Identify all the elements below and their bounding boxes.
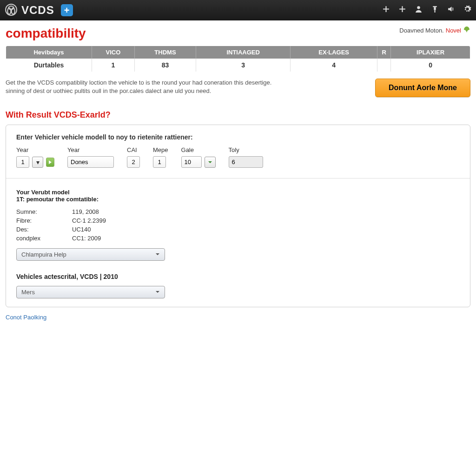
stats-table: Hevibdays VICO THDMS INTIAAGED EX·LAGES … [6,46,470,72]
label-gale: Gale [181,146,216,153]
spec-key: condplex [16,235,72,242]
svg-point-4 [417,6,420,9]
vehicles-label: Vehicles actescrital, VCDS | 2010 [16,273,460,280]
chevron-down-icon [155,289,160,296]
spec-val: CC1: 2009 [72,235,101,242]
vehicles-dropdown-label: Mers [21,289,35,296]
plus-icon[interactable] [382,5,390,15]
stats-cell: 4 [291,59,377,72]
form-row: Year ▾ Year CAI Mepe Gale [16,146,460,168]
field-toly: Toly [229,146,263,168]
input-toly[interactable] [229,156,263,168]
stats-header: IPLAXIER [391,46,470,59]
label-cai: CAI [127,146,140,153]
field-mepe: Mepe [153,146,168,168]
year1-go-icon[interactable] [46,158,54,167]
stats-cell: 3 [196,59,291,72]
label-toly: Toly [229,146,263,153]
input-year1[interactable] [16,156,29,168]
stats-header: Hevibdays [6,46,92,59]
input-cai[interactable] [127,156,140,168]
spec-key: Des: [16,226,72,233]
field-gale: Gale [181,146,216,168]
spec-val: UC140 [72,226,91,233]
add-button[interactable]: + [61,4,73,16]
brand: VCDS + [5,3,73,18]
stats-cell [377,59,391,72]
intro-text: Get the the VCDS compatiblity loction th… [6,79,366,95]
field-year1: Year ▾ [16,146,54,168]
stats-header: INTIAAGED [196,46,291,59]
spec-key: Fibre: [16,217,72,224]
page-header: compatibility Doavned Moton. Novel [6,26,470,46]
gear-icon[interactable] [463,5,471,15]
intro-row: Get the the VCDS compatiblity loction th… [6,79,470,97]
stats-cell: Durtables [6,59,92,72]
stats-cell: 1 [92,59,134,72]
label-year1: Year [16,146,54,153]
divider [6,178,470,178]
gale-dropdown-icon[interactable] [205,157,216,168]
result-head: Your Verubt model [16,189,460,196]
topbar-actions [382,5,471,15]
spec-row: Des: UC140 [16,225,460,234]
stats-cell: 83 [134,59,196,72]
result-block: Your Verubt model 1T: pemoutar the comta… [16,189,460,298]
svg-rect-7 [434,10,435,13]
brand-logo-icon [5,3,18,18]
form-prompt: Enter Vehicler vehicle modell to noy to … [16,133,460,141]
help-dropdown-label: Chlampuira Help [21,251,66,258]
svg-rect-5 [433,6,437,7]
stats-cell: 0 [391,59,470,72]
topbar: VCDS + [0,0,476,20]
year1-stepper[interactable]: ▾ [32,157,43,168]
subhead: With Result VCDS-Exarld? [6,110,470,120]
input-year2[interactable] [67,156,114,168]
spec-row: Fibre: CC·1 2.2399 [16,216,460,225]
stats-header: R [377,46,391,59]
spec-row: condplex CC1: 2009 [16,234,460,243]
stats-header: THDMS [134,46,196,59]
spec-val: CC·1 2.2399 [72,217,106,224]
field-year2: Year [67,146,114,168]
plus2-icon[interactable] [398,5,406,15]
help-dropdown[interactable]: Chlampuira Help [16,248,165,261]
footer-link[interactable]: Conot Paolking [6,314,46,321]
svg-rect-6 [434,7,436,10]
intro-line2: sinning of dest or uothiec pultits oull … [6,87,211,94]
input-gale[interactable] [181,156,202,168]
stats-header: EX·LAGES [291,46,377,59]
pin-icon[interactable] [431,5,439,15]
intro-line1: Get the the VCDS compatiblity loction th… [6,79,271,86]
header-right-text: Doavned Moton. [399,27,443,34]
brand-text: VCDS [21,4,54,17]
cta-button[interactable]: Donunt Aorle Mone [375,79,470,97]
volume-icon[interactable] [447,5,455,15]
page-title: compatibility [6,26,86,41]
form-panel: Enter Vehicler vehicle modell to noy to … [6,125,470,307]
header-right: Doavned Moton. Novel [399,26,470,35]
spec-key: Sumne: [16,208,72,215]
field-cai: CAI [127,146,140,168]
result-sub: 1T: pemoutar the comtatible: [16,196,460,203]
chevron-down-icon [155,251,160,258]
person-icon[interactable] [415,5,423,15]
label-mepe: Mepe [153,146,168,153]
spec-row: Sumne: 119, 2008 [16,207,460,216]
stats-header: VICO [92,46,134,59]
label-year2: Year [67,146,114,153]
vehicles-dropdown[interactable]: Mers [16,286,165,298]
page: compatibility Doavned Moton. Novel Hevib… [0,20,476,326]
input-mepe[interactable] [153,156,166,168]
leaf-icon [463,26,470,35]
header-right-link[interactable]: Novel [446,27,461,34]
spec-val: 119, 2008 [72,208,99,215]
